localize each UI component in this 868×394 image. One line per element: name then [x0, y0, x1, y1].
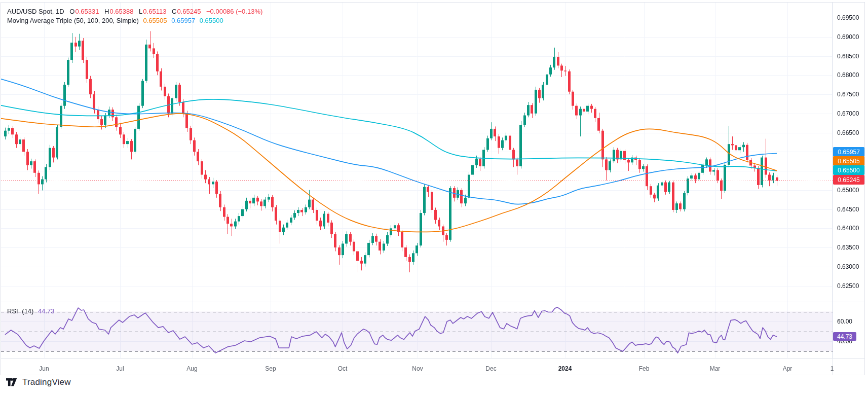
price-axis-label: 0.63500 — [837, 244, 859, 251]
sma50-price-badge: 0.65505 — [833, 156, 864, 166]
price-axis-label: 0.68500 — [837, 53, 859, 60]
ohlc-close-label: C — [172, 8, 176, 15]
price-axis-label: 0.63000 — [837, 263, 859, 270]
sma100-price-badge: 0.65957 — [833, 147, 864, 157]
sma100-value: 0.65957 — [171, 17, 195, 24]
rsi-legend-params: (14) — [22, 307, 33, 315]
time-axis-label-Jul: Jul — [116, 365, 124, 372]
ohlc-high-value: 0.65388 — [109, 8, 133, 15]
sma200-value: 0.65500 — [200, 17, 223, 24]
rsi-value-badge: 44.73 — [833, 332, 856, 341]
ohlc-open-value: 0.65331 — [75, 8, 99, 15]
time-axis-label-Jun: Jun — [39, 365, 49, 372]
ohlc-open-label: O — [69, 8, 74, 15]
brand-name[interactable]: TradingView — [22, 377, 71, 387]
time-axis-label-Sep: Sep — [265, 365, 276, 372]
time-axis-label-Nov: Nov — [412, 365, 423, 372]
ohlc-high-label: H — [104, 8, 109, 15]
sma50-value: 0.65505 — [143, 17, 167, 24]
sma200-price-badge: 0.65500 — [833, 165, 864, 175]
change-value: −0.00086 (−0.13%) — [206, 8, 262, 15]
symbol-legend: AUD/USD Spot, 1D O0.65331 H0.65388 L0.65… — [7, 7, 262, 16]
time-axis-label-Mar: Mar — [710, 365, 721, 372]
price-axis-border — [833, 3, 833, 375]
time-axis-label-Aug: Aug — [186, 365, 197, 372]
price-axis-label: 0.66500 — [837, 129, 859, 136]
pane-separator[interactable] — [1, 302, 864, 302]
ohlc-close-value: 0.65245 — [177, 8, 201, 15]
rsi-legend-value: 44.73 — [38, 307, 55, 315]
price-axis-label: 0.67500 — [837, 91, 859, 98]
price-axis-label: 0.62500 — [837, 282, 859, 290]
last-price-badge: 0.65245 — [833, 175, 864, 185]
price-axis-label: 0.69000 — [837, 33, 859, 41]
rsi-legend-title[interactable]: RSI — [7, 307, 18, 315]
chart-frame: AUD/USD Spot, 1D O0.65331 H0.65388 L0.65… — [1, 2, 865, 375]
ohlc-low-label: L — [139, 8, 142, 15]
time-axis-border — [1, 358, 864, 359]
ohlc-low-value: 0.65113 — [143, 8, 166, 15]
price-axis-label: 0.64500 — [837, 206, 859, 213]
price-chart-canvas[interactable] — [1, 3, 864, 375]
price-axis-label: 0.68000 — [837, 71, 859, 79]
rsi-axis-label: 60.00 — [837, 318, 852, 325]
price-axis-label: 0.69500 — [837, 14, 859, 21]
time-axis-label-Dec: Dec — [485, 365, 496, 372]
price-axis-label: 0.67000 — [837, 110, 859, 117]
time-axis-label-Feb: Feb — [639, 365, 650, 372]
ma-indicator-legend: Moving Average Triple (50, 100, 200, Sim… — [7, 16, 223, 25]
price-axis-label: 0.65000 — [837, 187, 859, 194]
tradingview-chart-widget: AUD/USD Spot, 1D O0.65331 H0.65388 L0.65… — [0, 0, 868, 394]
price-axis-label: 0.64000 — [837, 225, 859, 232]
time-axis-label-2024: 2024 — [558, 365, 572, 372]
ma-legend-title[interactable]: Moving Average Triple (50, 100, 200, Sim… — [7, 17, 139, 24]
rsi-indicator-legend: RSI (14) 44.73 — [7, 307, 55, 315]
tradingview-logo[interactable] — [6, 378, 19, 386]
time-axis-label-Apr: Apr — [783, 365, 792, 372]
time-axis-label-Oct: Oct — [338, 365, 348, 372]
symbol-title[interactable]: AUD/USD Spot, 1D — [7, 8, 64, 15]
footer: TradingView — [6, 377, 71, 387]
time-axis-label-1: 1 — [831, 365, 834, 372]
